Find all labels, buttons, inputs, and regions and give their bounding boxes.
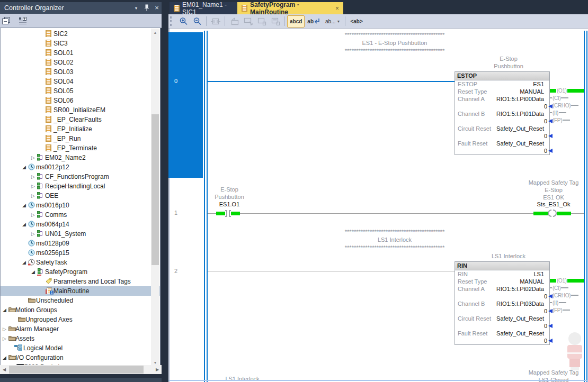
collapse-icon[interactable]: ◢ bbox=[22, 201, 26, 210]
parameter-value[interactable]: Safety_Out_Reset bbox=[496, 125, 549, 132]
expand-icon[interactable]: ▷ bbox=[3, 334, 6, 343]
zoom-in-icon[interactable] bbox=[176, 15, 190, 28]
scroll-right-icon[interactable]: ▶ bbox=[153, 365, 162, 374]
block-parameter-row[interactable]: Circuit ResetSafety_Out_Reset bbox=[455, 315, 549, 322]
ote-coil-sts-es1-ok[interactable] bbox=[533, 210, 571, 217]
block-parameter-row[interactable]: Reset TypeMANUAL bbox=[455, 88, 549, 95]
tree-item-sol02[interactable]: SOL02 bbox=[1, 58, 161, 67]
tree-item-cf-functionsprogram[interactable]: ▷CF_FunctionsProgram bbox=[1, 172, 161, 181]
collapse-icon[interactable]: ◢ bbox=[3, 353, 6, 362]
new-component-icon[interactable] bbox=[19, 15, 30, 26]
tree-vertical-scrollbar[interactable]: ▲ ▼ bbox=[151, 29, 159, 367]
parameter-value[interactable]: RIO1:5:I.Pt00Data bbox=[496, 95, 549, 103]
comment-rule[interactable]: ****************************************… bbox=[336, 32, 453, 38]
tree-item-logical-model[interactable]: Logical Model bbox=[1, 343, 161, 353]
zoom-out-icon[interactable] bbox=[190, 15, 204, 28]
output-pin-o1[interactable]: (O1) bbox=[549, 277, 584, 284]
parameter-value[interactable]: 0 bbox=[544, 117, 548, 125]
coil-tag-name[interactable]: Sts_ES1_Ok bbox=[516, 201, 588, 207]
collapse-icon[interactable]: ◢ bbox=[3, 305, 6, 315]
parameter-value[interactable]: Safety_Out_Reset bbox=[496, 315, 549, 322]
parameter-value[interactable]: Safety_Out_Reset bbox=[496, 140, 549, 147]
toolbar-grip-handle[interactable] bbox=[170, 16, 174, 26]
tree-item-parameters-and-local-tags[interactable]: Parameters and Local Tags bbox=[1, 277, 161, 286]
parameter-value[interactable]: LS1 bbox=[533, 270, 549, 278]
block-parameter-row[interactable]: Channel BRIO1:5:I.Pt01Data bbox=[455, 110, 549, 117]
output-pin-ci[interactable]: (CI) bbox=[549, 94, 584, 102]
block-parameter-row[interactable]: Fault ResetSafety_Out_Reset bbox=[455, 140, 549, 147]
block-parameter-row[interactable]: Channel ARIO1:5:I.Pt00Data bbox=[455, 95, 549, 103]
tree-item-sol05[interactable]: SOL05 bbox=[1, 86, 161, 96]
tree-item-ungrouped-axes[interactable]: Ungrouped Axes bbox=[1, 315, 161, 324]
block-parameter-row[interactable]: 0 bbox=[455, 322, 549, 330]
parameter-value[interactable]: 0 bbox=[544, 337, 548, 344]
tree-item--ep-initialize[interactable]: _EP_Initialize bbox=[1, 124, 161, 134]
block-parameter-row[interactable]: Channel BRIO1:5:I.Pt03Data bbox=[455, 300, 549, 307]
output-pin-fp[interactable]: (FP) bbox=[549, 116, 584, 124]
tree-item-i-o-configuration[interactable]: ◢I/O Configuration bbox=[1, 353, 161, 362]
output-pin-fp[interactable]: (FP) bbox=[549, 306, 584, 314]
tree-item-recipehandlinglocal[interactable]: ▷RecipeHandlingLocal bbox=[1, 181, 161, 191]
close-icon[interactable]: × bbox=[152, 2, 162, 14]
tree-item-ms0016p10[interactable]: ◢ms0016p10 bbox=[1, 201, 161, 210]
tree-item-ms0012p12[interactable]: ◢ms0012p12 bbox=[1, 162, 161, 172]
block-parameter-row[interactable]: 0 bbox=[455, 147, 549, 154]
tree-item-assets[interactable]: ▷Assets bbox=[1, 334, 161, 343]
rung-0-comment[interactable]: ES1 - E-Stop Pushbutton bbox=[336, 40, 453, 46]
block-parameter-row[interactable]: Fault ResetSafety_Out_Reset bbox=[455, 330, 549, 337]
tab-safetyprogram-mainroutine[interactable]: SafetyProgram - MainRoutine × bbox=[237, 2, 343, 14]
tree-item-oee[interactable]: ▷OEE bbox=[1, 191, 161, 201]
expand-icon[interactable]: ▷ bbox=[31, 229, 35, 239]
expand-icon[interactable]: ▷ bbox=[31, 191, 35, 201]
block-parameter-row[interactable]: 0 bbox=[455, 307, 549, 315]
tree-item-alarm-manager[interactable]: ▷Alarm Manager bbox=[1, 324, 161, 334]
tree-item-ms0128p09[interactable]: ms0128p09 bbox=[1, 239, 161, 248]
scroll-up-icon[interactable]: ▲ bbox=[151, 29, 159, 37]
output-pin-crho[interactable]: (CRHO) bbox=[549, 292, 584, 299]
tree-item--ep-clearfaults[interactable]: _EP_ClearFaults bbox=[1, 115, 161, 124]
parameter-value[interactable]: MANUAL bbox=[520, 88, 549, 95]
close-tab-icon[interactable]: × bbox=[335, 5, 339, 12]
parameter-value[interactable]: RIO1:5:I.Pt01Data bbox=[496, 110, 549, 117]
collapse-icon[interactable]: ◢ bbox=[31, 267, 35, 277]
text-wrap-button[interactable]: ab bbox=[305, 15, 323, 28]
parameter-value[interactable]: RIO1:5:I.Pt02Data bbox=[496, 285, 549, 293]
block-parameter-row[interactable]: Circuit ResetSafety_Out_Reset bbox=[455, 125, 549, 132]
delete-branch-icon[interactable] bbox=[255, 15, 269, 28]
tree-item-ms0256p15[interactable]: ms0256p15 bbox=[1, 248, 161, 258]
rin-instruction-block[interactable]: RINRINLS1Reset TypeMANUALChannel ARIO1:5… bbox=[455, 261, 550, 345]
rung-0-selected-margin[interactable] bbox=[168, 32, 203, 178]
block-parameter-row[interactable]: ESTOPES1 bbox=[455, 80, 549, 88]
branch-insert-icon[interactable] bbox=[227, 15, 241, 28]
rung-2-wire[interactable] bbox=[208, 271, 455, 271]
tree-item-safetyprogram[interactable]: ◢SafetyProgram bbox=[1, 267, 161, 277]
expand-icon[interactable]: ▷ bbox=[31, 210, 35, 220]
rung-number-2[interactable]: 2 bbox=[174, 268, 177, 274]
scrollbar-thumb[interactable] bbox=[9, 366, 144, 374]
xic-contact-es1-o1[interactable] bbox=[216, 210, 240, 217]
tab-em01-name1-sic1[interactable]: EM01_Name1 - SIC1 bbox=[170, 2, 237, 14]
tree-item-unscheduled[interactable]: Unscheduled bbox=[1, 296, 161, 305]
parameter-value[interactable]: RIO1:5:I.Pt03Data bbox=[496, 300, 549, 307]
tree-horizontal-scrollbar[interactable]: ◀ ▶ bbox=[0, 365, 162, 374]
parameter-value[interactable]: 0 bbox=[544, 103, 548, 110]
tree-item-sol06[interactable]: SOL06 bbox=[1, 96, 161, 105]
tree-item-em02-name2[interactable]: ▷EM02_Name2 bbox=[1, 153, 161, 162]
rung-number-0[interactable]: 0 bbox=[174, 78, 177, 84]
block-parameter-row[interactable]: RINLS1 bbox=[455, 270, 549, 278]
delete-rung-icon[interactable] bbox=[269, 15, 282, 28]
block-parameter-row[interactable]: 0 bbox=[455, 103, 549, 110]
expand-icon[interactable]: ▷ bbox=[31, 153, 35, 162]
toggle-text-display-button[interactable]: abcd bbox=[287, 15, 305, 28]
pin-icon[interactable] bbox=[142, 2, 152, 14]
block-parameter-row[interactable]: Reset TypeMANUAL bbox=[455, 278, 549, 285]
parameter-value[interactable]: 0 bbox=[544, 307, 548, 315]
contact-tag-name[interactable]: ES1.O1 bbox=[200, 201, 259, 207]
tree-item-sol04[interactable]: SOL04 bbox=[1, 77, 161, 86]
tree-item-sic2[interactable]: SIC2 bbox=[1, 29, 161, 39]
comment-rule[interactable]: ****************************************… bbox=[336, 244, 453, 251]
tree-item--ep-run[interactable]: _EP_Run bbox=[1, 134, 161, 143]
parameter-value[interactable]: 0 bbox=[544, 293, 548, 300]
block-parameter-row[interactable]: 0 bbox=[455, 117, 549, 125]
text-options-dropdown[interactable]: ab... ▼ bbox=[323, 15, 343, 28]
